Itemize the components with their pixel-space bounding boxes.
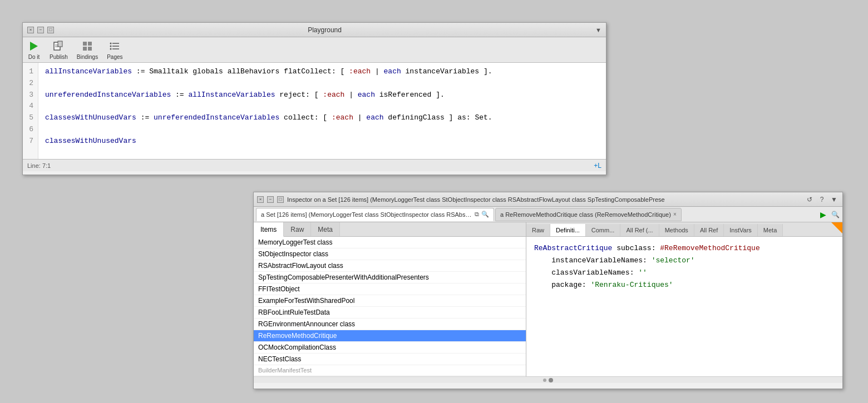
breadcrumb-nav-icon[interactable]: ▶	[818, 210, 828, 220]
inspector-titlebar: × − □ Inspector on a Set [126 items] (Me…	[254, 192, 842, 207]
right-tab-meta[interactable]: Meta	[758, 224, 783, 236]
close-button[interactable]: ×	[27, 27, 34, 33]
pages-icon	[108, 39, 121, 53]
list-item[interactable]: RSAbstractFlowLayout class	[254, 260, 526, 272]
maximize-button[interactable]: □	[47, 27, 54, 33]
right-tab-raw[interactable]: Raw	[526, 224, 550, 236]
svg-rect-1	[58, 41, 62, 47]
line-position: Line: 7:1	[27, 162, 51, 169]
copy-icon-0[interactable]: ⧉	[475, 211, 479, 218]
inspector-minimize-button[interactable]: −	[267, 196, 274, 203]
pages-label: Pages	[107, 54, 122, 60]
scrollbar-area	[254, 376, 842, 383]
doit-button[interactable]: Do it	[27, 39, 41, 60]
breadcrumb-search-icon[interactable]: 🔍	[830, 210, 840, 220]
titlebar-controls: × − □	[27, 27, 54, 33]
inspector-body: Items Raw Meta MemoryLoggerTest class St…	[254, 222, 842, 376]
dropdown-icon[interactable]: ▼	[595, 27, 601, 33]
right-tab-bar: Raw Definiti... Comm... All Ref (... Met…	[526, 222, 842, 237]
right-tab-allrefi[interactable]: All Ref (...	[620, 224, 659, 236]
playground-window: × − □ Playground ▼ Do it Publish	[22, 22, 606, 175]
list-item[interactable]: NECTestClass	[254, 354, 526, 365]
playground-titlebar: × − □ Playground ▼	[23, 23, 606, 37]
publish-label: Publish	[50, 54, 68, 60]
list-item[interactable]: OCMockCompilationClass	[254, 342, 526, 354]
svg-point-12	[110, 48, 112, 50]
breadcrumb-close-1[interactable]: ×	[673, 211, 677, 217]
right-tab-comm[interactable]: Comm...	[586, 224, 621, 236]
breadcrumb-text-0: a Set [126 items] (MemoryLoggerTest clas…	[261, 211, 472, 218]
list-item[interactable]: ExampleForTestWithSharedPool	[254, 295, 526, 307]
svg-rect-6	[83, 47, 87, 51]
list-item[interactable]: StObjectInspector class	[254, 248, 526, 260]
svg-rect-5	[88, 42, 92, 46]
right-tab-definiti[interactable]: Definiti...	[550, 224, 586, 236]
list-item-selected[interactable]: ReRemoveMethodCritique	[254, 330, 526, 342]
breadcrumb-bar: a Set [126 items] (MemoryLoggerTest clas…	[254, 207, 842, 222]
left-tab-bar: Items Raw Meta	[254, 222, 526, 237]
publish-icon	[52, 39, 65, 53]
plus-l-button[interactable]: +L	[594, 162, 601, 170]
inspector-left-panel: Items Raw Meta MemoryLoggerTest class St…	[254, 222, 526, 376]
doit-label: Do it	[28, 54, 40, 60]
list-item[interactable]: FFITestObject	[254, 283, 526, 295]
code-content[interactable]: allInstanceVariables := Smalltalk global…	[38, 63, 499, 159]
bindings-label: Bindings	[77, 54, 98, 60]
play-icon	[27, 39, 41, 53]
breadcrumb-item-1[interactable]: a ReRemoveMethodCritique class (ReRemove…	[495, 208, 682, 221]
tab-meta[interactable]: Meta	[311, 222, 340, 236]
scroll-dot-1	[543, 379, 546, 382]
svg-point-10	[110, 46, 112, 47]
svg-point-8	[110, 43, 112, 44]
scroll-dot-2	[549, 378, 553, 382]
right-tab-allref[interactable]: All Ref	[694, 224, 724, 236]
status-bar: Line: 7:1 +L	[23, 159, 606, 171]
svg-rect-4	[83, 42, 87, 46]
help-icon[interactable]: ?	[817, 195, 827, 205]
tab-raw[interactable]: Raw	[284, 222, 311, 236]
playground-toolbar: Do it Publish Bi	[23, 37, 606, 63]
corner-marker	[831, 222, 842, 233]
inspector-dropdown-icon[interactable]: ▼	[829, 195, 839, 205]
list-item[interactable]: SpTestingComposablePresenterWithAddition…	[254, 272, 526, 283]
bindings-icon	[81, 39, 94, 53]
item-list[interactable]: MemoryLoggerTest class StObjectInspector…	[254, 237, 526, 376]
inspector-maximize-button[interactable]: □	[277, 196, 284, 203]
search-icon-0[interactable]: 🔍	[481, 211, 489, 218]
list-item[interactable]: RBFooLintRuleTestData	[254, 307, 526, 319]
list-item[interactable]: RGEnvironmentAnnouncer class	[254, 319, 526, 330]
refresh-icon[interactable]: ↺	[805, 195, 815, 205]
inspector-title: Inspector on a Set [126 items] (MemoryLo…	[287, 196, 801, 203]
code-view[interactable]: ReAbstractCritique subclass: #ReRemoveMe…	[526, 237, 842, 376]
breadcrumb-item-0[interactable]: a Set [126 items] (MemoryLoggerTest clas…	[256, 208, 494, 221]
minimize-button[interactable]: −	[37, 27, 44, 33]
playground-title: Playground	[308, 26, 342, 34]
code-editor[interactable]: 1 2 3 4 5 6 7 allInstanceVariables := Sm…	[23, 63, 606, 159]
bindings-button[interactable]: Bindings	[77, 39, 98, 60]
right-tab-methods[interactable]: Methods	[659, 224, 694, 236]
inspector-window: × − □ Inspector on a Set [126 items] (Me…	[253, 192, 843, 389]
svg-rect-7	[88, 47, 92, 51]
list-item[interactable]: MemoryLoggerTest class	[254, 237, 526, 248]
breadcrumb-text-1: a ReRemoveMethodCritique class (ReRemove…	[500, 211, 671, 218]
inspector-close-button[interactable]: ×	[257, 196, 264, 203]
right-tab-instvars[interactable]: InstVars	[724, 224, 758, 236]
pages-button[interactable]: Pages	[107, 39, 122, 60]
publish-button[interactable]: Publish	[50, 39, 68, 60]
list-item[interactable]: BuilderManifestTest	[254, 365, 526, 376]
inspector-toolbar-right: ↺ ? ▼	[805, 195, 839, 205]
line-numbers: 1 2 3 4 5 6 7	[23, 63, 38, 159]
inspector-right-panel: Raw Definiti... Comm... All Ref (... Met…	[526, 222, 842, 376]
tab-items[interactable]: Items	[254, 222, 284, 237]
